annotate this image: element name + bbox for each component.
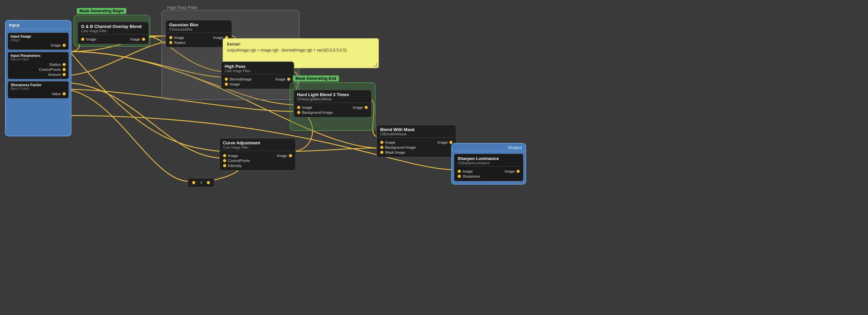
sl-image-in-port	[458, 170, 461, 173]
multiply-out-port	[207, 181, 210, 184]
sharpen-luminance-node: Sharpen Luminance CISharpenLuminance Ima…	[454, 154, 523, 181]
blend-with-mask-node: Blend With Mask CIBlendWithMask Image Ba…	[376, 125, 456, 158]
curve-cp-label: ControlPoints	[228, 159, 250, 163]
hl-image-in-port	[297, 106, 301, 109]
hard-light-subtitle: CIHardLightBlendMode	[297, 97, 368, 101]
curve-image-in-label: Image	[228, 154, 238, 158]
radius-label: Radius	[50, 62, 61, 66]
hp-blurred-port	[225, 78, 228, 81]
input-image-subtitle: Image	[11, 38, 66, 42]
kernel-formula: outputImage.rgb = image.rgb - blurredIma…	[227, 48, 374, 53]
gb-blend-image-out-label: Image	[130, 37, 140, 41]
gaussian-title: Gaussian Blur	[169, 22, 228, 27]
curve-image-out-port	[289, 154, 292, 158]
sl-sharpness-port	[458, 175, 461, 178]
gb-blend-image-out-port	[142, 37, 145, 41]
curve-intensity-label: Intensity	[228, 164, 242, 168]
sl-sharpness-label: Sharpness	[463, 174, 480, 178]
gaussian-image-out-label: Image	[213, 36, 223, 39]
gb-blend-image-in-label: Image	[86, 37, 96, 41]
bwm-bg-label: Background Image	[385, 145, 416, 149]
blend-mask-title: Blend With Mask	[380, 127, 453, 132]
curve-image-in-port	[223, 154, 226, 158]
hl-image-out-label: Image	[352, 106, 363, 109]
multiply-node: ×	[188, 178, 214, 187]
hl-image-in-label: Image	[302, 106, 312, 109]
hp-blurred-label: BlurredImage	[229, 77, 252, 81]
hp-image-label: Image	[229, 82, 240, 86]
kernel-label: Kernel:	[227, 42, 374, 47]
controlpoints-label: ControlPoints	[39, 67, 61, 71]
hard-light-node: Hard Light Blend 3 Times CIHardLightBlen…	[293, 90, 372, 117]
radius-port	[62, 63, 66, 66]
input-container: Input Input Image Image Image Input Para…	[5, 20, 71, 136]
sharpness-factor-subtitle: Macro Patch	[11, 87, 66, 90]
input-image-port	[62, 44, 66, 47]
curve-adjustment-node: Curve Adjustment Core Image Filter Image…	[219, 138, 296, 171]
bwm-mask-port	[380, 151, 383, 154]
hp-image-port	[225, 83, 228, 86]
amount-label: Amount	[48, 73, 61, 77]
input-params-title: Input Parameters	[11, 54, 66, 58]
bwm-image-out-label: Image	[437, 140, 447, 144]
multiply-symbol: ×	[200, 180, 203, 185]
sharpness-factor-title: Sharpness Factor	[11, 83, 66, 87]
input-image-port-label: Image	[51, 43, 61, 47]
hp-image-out-port	[287, 78, 290, 81]
hard-light-title: Hard Light Blend 3 Times	[297, 92, 368, 97]
gaussian-image-in-label: Image	[174, 36, 184, 39]
amount-port	[62, 73, 66, 76]
input-params-subtitle: Macro Patch	[11, 58, 66, 61]
gaussian-blur-node: Gaussian Blur CIGaussianBlur Image Radiu…	[165, 20, 232, 48]
high-pass-subtitle: Core Image Filter	[225, 69, 290, 73]
input-container-title: Input	[9, 23, 20, 28]
curve-intensity-port	[223, 164, 226, 167]
sl-image-in-label: Image	[463, 169, 473, 173]
curve-subtitle: Core Image Filter	[223, 146, 292, 149]
high-pass-node: High Pass Core Image Filter BlurredImage…	[221, 61, 294, 89]
gaussian-radius-port	[169, 41, 173, 44]
gb-blend-node: G & B Channel Overlay Blend Core Image F…	[78, 22, 149, 44]
gb-blend-title: G & B Channel Overlay Blend	[81, 24, 145, 29]
hl-bg-label: Background Image	[302, 110, 333, 114]
sl-image-out-label: Image	[504, 169, 515, 173]
controlpoints-port	[62, 68, 66, 71]
gb-blend-image-in-port	[81, 37, 84, 41]
bwm-mask-label: Mask Image	[385, 150, 405, 154]
hl-image-out-port	[365, 106, 368, 109]
multiply-in-port	[192, 181, 195, 184]
high-pass-filter-label: High Pass Filter	[164, 4, 200, 11]
curve-image-out-label: Image	[277, 154, 287, 158]
input-parameters-node: Input Parameters Macro Patch Radius Cont…	[8, 52, 69, 79]
high-pass-title: High Pass	[225, 64, 290, 69]
sl-image-out-port	[517, 170, 520, 173]
gb-blend-subtitle: Core Image Filter	[81, 29, 145, 33]
sharpness-factor-node: Sharpness Factor Macro Patch Value	[8, 81, 69, 98]
input-image-title: Input Image	[11, 34, 66, 38]
bwm-image-in-port	[380, 141, 383, 144]
value-port	[62, 92, 66, 95]
hp-image-out-label: Image	[275, 77, 285, 81]
sharpen-title: Sharpen Luminance	[458, 156, 520, 161]
gaussian-radius-label: Radius	[174, 40, 185, 45]
bwm-bg-port	[380, 146, 383, 149]
mask-end-label: Mask Generating End	[293, 76, 339, 82]
kernel-resize-handle[interactable]	[374, 63, 377, 66]
curve-cp-port	[223, 159, 226, 162]
input-image-node: Input Image Image Image	[8, 33, 69, 50]
mask-begin-label: Mask Generating Begin	[77, 8, 126, 14]
output-container: Output Sharpen Luminance CISharpenLumina…	[451, 143, 526, 184]
bwm-image-in-label: Image	[385, 140, 396, 144]
hl-bg-port	[297, 111, 301, 114]
gaussian-image-in-port	[169, 36, 173, 39]
blend-mask-subtitle: CIBlendWithMask	[380, 133, 453, 136]
sharpen-subtitle: CISharpenLuminance	[458, 161, 520, 165]
value-label: Value	[52, 92, 61, 96]
output-label: Output	[508, 145, 522, 150]
gaussian-subtitle: CIGaussianBlur	[169, 28, 228, 31]
curve-title: Curve Adjustment	[223, 140, 292, 145]
